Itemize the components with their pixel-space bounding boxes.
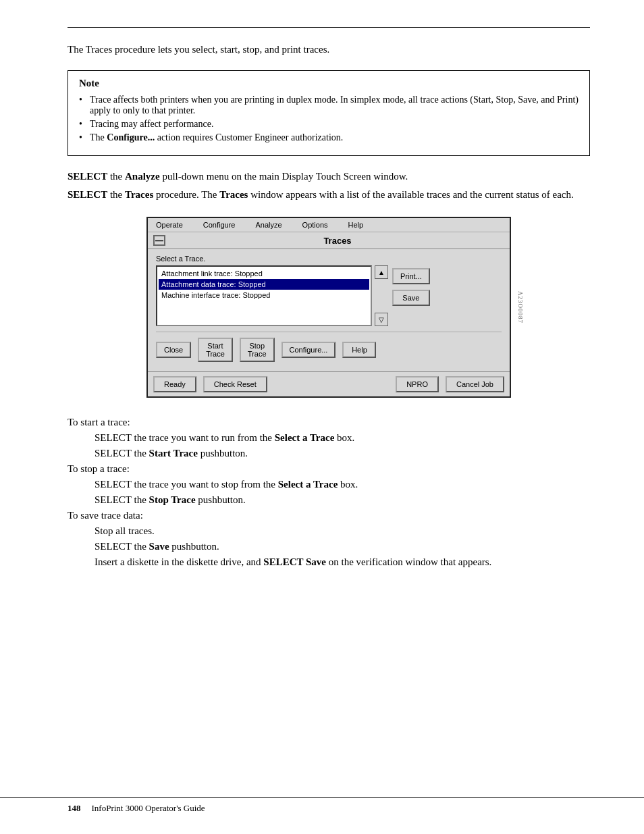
select-keyword-1: SELECT (68, 171, 107, 182)
bottom-buttons: Close Start Trace Stop Trace Configure..… (156, 332, 502, 366)
configure-button[interactable]: Configure... (281, 342, 336, 358)
select-keyword-4: SELECT (95, 448, 132, 459)
note-item-1: Trace affects both printers when you are… (79, 95, 579, 116)
select-keyword-6: SELECT (95, 494, 132, 505)
intro-text: The Traces procedure lets you select, st… (68, 44, 590, 55)
traces-window: Operate Configure Analyze Options Help —… (146, 217, 511, 398)
insert-diskette: Insert a diskette in the diskette drive,… (95, 556, 590, 568)
select-trace-label: Select a Trace. (156, 255, 502, 263)
trace-item-2[interactable]: Machine interface trace: Stopped (159, 290, 369, 301)
note-list: Trace affects both printers when you are… (79, 95, 579, 143)
footer-title: InfoPrint 3000 Operator's Guide (92, 803, 205, 814)
stop-trace-label: To stop a trace: (68, 463, 590, 475)
check-reset-button[interactable]: Check Reset (203, 376, 267, 392)
note-label: Note (79, 78, 579, 89)
menu-configure[interactable]: Configure (203, 221, 236, 229)
stop-trace-select-1: SELECT the trace you want to stop from t… (95, 479, 590, 490)
note-box: Note Trace affects both printers when yo… (68, 70, 590, 156)
stop-trace-select-2: SELECT the Stop Trace pushbutton. (95, 494, 590, 506)
stop-trace-button[interactable]: Stop Trace (240, 338, 275, 362)
scroll-controls: ▲ ▽ (375, 265, 388, 326)
select-keyword-2: SELECT (68, 189, 107, 200)
menu-operate[interactable]: Operate (156, 221, 183, 229)
menu-help[interactable]: Help (348, 221, 364, 229)
footer: 148 InfoPrint 3000 Operator's Guide (0, 797, 644, 814)
note-item-2: Tracing may affect performance. (79, 119, 579, 130)
close-button[interactable]: Close (156, 342, 191, 358)
instruction-select-analyze: SELECT the Analyze pull-down menu on the… (68, 171, 590, 182)
trace-item-1[interactable]: Attachment data trace: Stopped (159, 279, 369, 290)
scroll-up-button[interactable]: ▲ (375, 265, 388, 279)
print-button[interactable]: Print... (392, 268, 430, 284)
trace-list-area: Attachment link trace: Stopped Attachmen… (156, 265, 502, 326)
menu-analyze[interactable]: Analyze (255, 221, 281, 229)
save-trace-label: To save trace data: (68, 510, 590, 521)
select-keyword-3: SELECT (95, 432, 132, 443)
menu-bar: Operate Configure Analyze Options Help (148, 218, 510, 232)
trace-list-group: Attachment link trace: Stopped Attachmen… (156, 265, 388, 326)
cancel-job-button[interactable]: Cancel Job (446, 376, 504, 392)
ready-button[interactable]: Ready (153, 376, 196, 392)
start-trace-select-2: SELECT the Start Trace pushbutton. (95, 448, 590, 459)
right-buttons: Print... Save (392, 265, 430, 326)
figure-label: A23O0087 (517, 291, 524, 323)
save-select: SELECT the Save pushbutton. (95, 541, 590, 552)
status-bar: Ready Check Reset NPRO Cancel Job (148, 371, 510, 396)
start-trace-button[interactable]: Start Trace (198, 338, 233, 362)
scroll-down-button[interactable]: ▽ (375, 313, 388, 326)
help-button[interactable]: Help (342, 342, 376, 358)
menu-options[interactable]: Options (302, 221, 328, 229)
instructions-section: To start a trace: SELECT the trace you w… (68, 417, 590, 568)
start-trace-label: To start a trace: (68, 417, 590, 428)
start-trace-select-1: SELECT the trace you want to run from th… (95, 432, 590, 444)
note-item-3: The Configure... action requires Custome… (79, 132, 579, 143)
select-keyword-5: SELECT (95, 479, 132, 490)
page-number: 148 (68, 803, 81, 814)
screenshot-wrapper: Operate Configure Analyze Options Help —… (140, 217, 518, 398)
trace-item-0[interactable]: Attachment link trace: Stopped (159, 268, 369, 279)
page: The Traces procedure lets you select, st… (0, 0, 644, 834)
window-body: Select a Trace. Attachment link trace: S… (148, 249, 510, 371)
trace-list[interactable]: Attachment link trace: Stopped Attachmen… (156, 265, 372, 326)
npro-button[interactable]: NPRO (396, 376, 439, 392)
save-button[interactable]: Save (392, 290, 430, 306)
minimize-button[interactable]: — (153, 235, 165, 246)
instruction-select-traces: SELECT the Traces procedure. The Traces … (68, 189, 590, 201)
top-rule (68, 27, 590, 28)
window-title: Traces (171, 236, 504, 246)
title-bar: — Traces (148, 232, 510, 249)
stop-all-traces: Stop all traces. (95, 525, 590, 537)
select-keyword-7: SELECT (95, 541, 132, 552)
